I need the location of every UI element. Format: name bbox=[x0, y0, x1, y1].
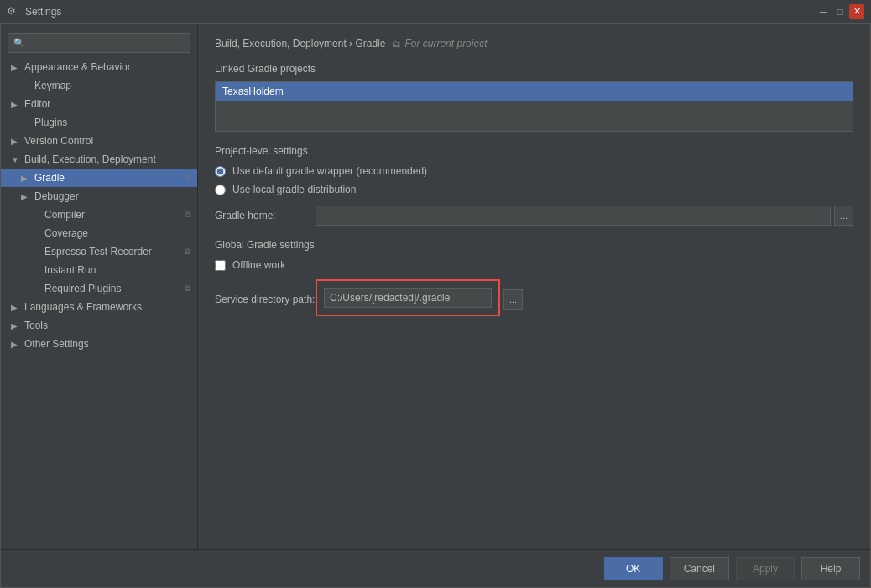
arrow-icon: ▶ bbox=[21, 192, 31, 201]
global-gradle-label: Global Gradle settings bbox=[215, 239, 853, 251]
sidebar-item-required-plugins[interactable]: Required Plugins ⧉ bbox=[1, 279, 197, 298]
gradle-home-input-wrap: ... bbox=[316, 206, 853, 226]
settings-dialog: 🔍 ▶ Appearance & Behavior Keymap ▶ Edito… bbox=[0, 23, 871, 588]
sidebar-item-tools[interactable]: ▶ Tools bbox=[1, 316, 197, 335]
copy-icon: ⧉ bbox=[185, 284, 190, 294]
arrow-icon: ▶ bbox=[11, 321, 21, 330]
sidebar-item-instant-run[interactable]: Instant Run bbox=[1, 261, 197, 279]
copy-icon: ⧉ bbox=[185, 173, 190, 183]
linked-projects-list: TexasHoldem bbox=[215, 81, 853, 132]
offline-work-label: Offline work bbox=[232, 259, 285, 271]
service-dir-row: Service directory path: ... bbox=[215, 279, 853, 320]
project-label: For current project bbox=[404, 38, 487, 49]
sidebar-item-label: Compiler bbox=[44, 209, 85, 221]
arrow-icon: ▶ bbox=[11, 63, 21, 72]
app-icon: ⚙ bbox=[7, 5, 20, 18]
sidebar-item-label: Build, Execution, Deployment bbox=[24, 154, 156, 165]
use-wrapper-radio[interactable] bbox=[215, 166, 226, 177]
service-dir-input[interactable] bbox=[324, 288, 492, 308]
gradle-home-row: Gradle home: ... bbox=[215, 206, 853, 226]
sidebar-item-label: Keymap bbox=[34, 80, 71, 91]
sidebar-item-gradle[interactable]: ▶ Gradle ⧉ bbox=[1, 169, 197, 187]
sidebar-item-label: Languages & Frameworks bbox=[24, 301, 142, 313]
breadcrumb-path: Build, Execution, Deployment › Gradle bbox=[215, 38, 385, 49]
sidebar-item-label: Espresso Test Recorder bbox=[44, 246, 152, 258]
sidebar-item-version-control[interactable]: ▶ Version Control bbox=[1, 132, 197, 150]
project-level-label: Project-level settings bbox=[215, 145, 853, 157]
sidebar-item-label: Plugins bbox=[34, 117, 67, 128]
use-wrapper-row: Use default gradle wrapper (recommended) bbox=[215, 165, 853, 177]
cancel-button[interactable]: Cancel bbox=[670, 557, 729, 580]
use-local-row: Use local gradle distribution bbox=[215, 184, 853, 195]
maximize-button[interactable]: □ bbox=[832, 4, 848, 19]
title-text: Settings bbox=[25, 6, 816, 18]
sidebar-item-editor[interactable]: ▶ Editor bbox=[1, 95, 197, 113]
sidebar-item-label: Other Settings bbox=[24, 338, 89, 350]
arrow-icon: ▶ bbox=[11, 340, 21, 349]
sidebar-item-keymap[interactable]: Keymap bbox=[1, 76, 197, 95]
sidebar-item-label: Version Control bbox=[24, 135, 93, 147]
copy-icon: ⧉ bbox=[185, 210, 190, 220]
sidebar-item-plugins[interactable]: Plugins bbox=[1, 113, 197, 132]
sidebar-item-build-execution[interactable]: ▼ Build, Execution, Deployment bbox=[1, 150, 197, 169]
sidebar: 🔍 ▶ Appearance & Behavior Keymap ▶ Edito… bbox=[1, 24, 198, 549]
close-button[interactable]: ✕ bbox=[849, 4, 864, 19]
expand-arrow-icon: ▼ bbox=[11, 155, 21, 164]
service-dir-browse-button[interactable]: ... bbox=[503, 289, 523, 310]
bottom-bar: OK Cancel Apply Help bbox=[1, 549, 870, 587]
service-dir-input-wrap: ... bbox=[316, 279, 853, 320]
title-bar: ⚙ Settings ─ □ ✕ bbox=[0, 0, 871, 23]
linked-projects-label: Linked Gradle projects bbox=[215, 63, 853, 75]
gradle-home-browse-button[interactable]: ... bbox=[834, 206, 853, 226]
use-local-label: Use local gradle distribution bbox=[232, 184, 356, 195]
breadcrumb: Build, Execution, Deployment › Gradle 🗂 … bbox=[215, 38, 853, 49]
arrow-icon: ▶ bbox=[21, 174, 31, 183]
sidebar-item-label: Instant Run bbox=[44, 264, 96, 276]
sidebar-item-appearance[interactable]: ▶ Appearance & Behavior bbox=[1, 58, 197, 76]
arrow-icon: ▶ bbox=[11, 303, 21, 312]
global-gradle-section: Global Gradle settings Offline work Serv… bbox=[215, 239, 853, 320]
offline-work-checkbox[interactable] bbox=[215, 260, 226, 271]
sidebar-item-label: Appearance & Behavior bbox=[24, 61, 131, 73]
project-icon: 🗂 bbox=[392, 39, 401, 49]
copy-icon: ⧉ bbox=[185, 247, 190, 257]
sidebar-item-coverage[interactable]: Coverage bbox=[1, 224, 197, 242]
service-dir-label: Service directory path: bbox=[215, 294, 316, 305]
sidebar-item-label: Tools bbox=[24, 320, 48, 331]
linked-project-item[interactable]: TexasHoldem bbox=[216, 82, 853, 101]
gradle-home-label: Gradle home: bbox=[215, 210, 316, 221]
search-input[interactable] bbox=[29, 37, 185, 49]
offline-work-row: Offline work bbox=[215, 259, 853, 271]
sidebar-item-label: Coverage bbox=[44, 227, 88, 239]
help-button[interactable]: Help bbox=[801, 557, 860, 580]
search-box[interactable]: 🔍 bbox=[8, 33, 190, 53]
service-dir-highlight-box bbox=[316, 279, 500, 316]
radio-group: Use default gradle wrapper (recommended)… bbox=[215, 165, 853, 195]
sidebar-item-label: Required Plugins bbox=[44, 283, 121, 294]
use-wrapper-label: Use default gradle wrapper (recommended) bbox=[232, 165, 427, 177]
arrow-icon: ▶ bbox=[11, 100, 21, 109]
project-level-section: Project-level settings Use default gradl… bbox=[215, 145, 853, 226]
sidebar-item-languages[interactable]: ▶ Languages & Frameworks bbox=[1, 298, 197, 316]
arrow-icon: ▶ bbox=[11, 137, 21, 146]
search-icon: 🔍 bbox=[13, 38, 25, 49]
sidebar-item-debugger[interactable]: ▶ Debugger bbox=[1, 187, 197, 206]
window-controls: ─ □ ✕ bbox=[816, 4, 864, 19]
sidebar-item-other-settings[interactable]: ▶ Other Settings bbox=[1, 335, 197, 353]
sidebar-item-label: Editor bbox=[24, 98, 50, 110]
sidebar-item-espresso[interactable]: Espresso Test Recorder ⧉ bbox=[1, 242, 197, 261]
apply-button[interactable]: Apply bbox=[736, 557, 795, 580]
gradle-home-input[interactable] bbox=[316, 206, 831, 226]
minimize-button[interactable]: ─ bbox=[816, 4, 831, 19]
ok-button[interactable]: OK bbox=[604, 557, 663, 580]
sidebar-item-compiler[interactable]: Compiler ⧉ bbox=[1, 206, 197, 224]
main-area: 🔍 ▶ Appearance & Behavior Keymap ▶ Edito… bbox=[1, 24, 870, 549]
sidebar-item-label: Debugger bbox=[34, 190, 79, 202]
use-local-radio[interactable] bbox=[215, 185, 226, 195]
content-panel: Build, Execution, Deployment › Gradle 🗂 … bbox=[198, 24, 870, 549]
sidebar-item-label: Gradle bbox=[34, 172, 65, 184]
